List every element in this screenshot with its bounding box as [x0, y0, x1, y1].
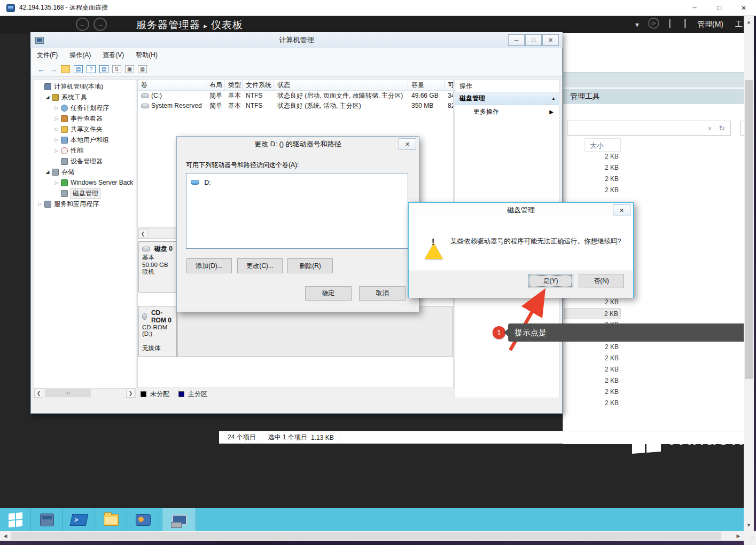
refresh-icon[interactable]: ⟳	[648, 18, 659, 29]
rdp-vertical-scrollbar[interactable]: ▲ ▼	[744, 16, 754, 531]
taskbar-file-explorer[interactable]	[95, 508, 127, 531]
size-column-header[interactable]: 大小	[584, 138, 621, 152]
tree-item-storage[interactable]: ◢存储	[36, 167, 136, 177]
scrollbar-thumb[interactable]	[11, 532, 721, 540]
start-button[interactable]	[0, 508, 31, 531]
menu-view[interactable]: 查看(V)	[97, 51, 130, 60]
col-free[interactable]: 可用	[445, 80, 453, 91]
scroll-right-icon[interactable]: ❯	[126, 389, 135, 398]
tree-item-computer-management[interactable]: 计算机管理(本地)	[36, 81, 136, 92]
rdp-horizontal-scrollbar[interactable]: ◀ ▶	[0, 531, 744, 541]
tools-menu[interactable]: 工	[735, 20, 743, 29]
scroll-left-icon[interactable]: ❮	[138, 229, 147, 238]
ok-button[interactable]: 确定	[305, 286, 352, 301]
list-item[interactable]: 2 KB	[564, 185, 621, 196]
breadcrumb-page[interactable]: 仪表板	[211, 19, 243, 30]
tree-item-performance[interactable]: ▷性能	[36, 145, 136, 156]
cdrom-media-bar[interactable]	[177, 306, 453, 357]
list-item-selected[interactable]: 2 KB	[564, 308, 621, 319]
remove-button[interactable]: 删除(R)	[287, 258, 333, 273]
table-row[interactable]: (C:) 简单 基本 NTFS 状态良好 (启动, 页面文件, 故障转储, 主分…	[138, 91, 453, 101]
scroll-left-icon[interactable]: ◀	[2, 533, 9, 539]
forward-icon[interactable]: →	[93, 18, 107, 31]
list-item[interactable]: 2 KB	[564, 162, 621, 173]
list-item[interactable]: 2 KB	[564, 151, 621, 162]
actions-group-disk-management[interactable]: 磁盘管理 ▲	[455, 92, 559, 105]
console-tree-icon[interactable]: ▤	[74, 65, 83, 73]
drive-letter-item[interactable]: D:	[204, 179, 211, 186]
col-layout[interactable]: 布局	[206, 80, 225, 91]
change-button[interactable]: 更改(C)...	[237, 258, 283, 273]
tree-item-system-tools[interactable]: ◢系统工具	[36, 92, 136, 102]
tree-item-task-scheduler[interactable]: ▷任务计划程序	[36, 102, 136, 113]
drive-path-listbox[interactable]: D:	[186, 173, 408, 249]
scroll-down-icon[interactable]: ▼	[744, 523, 754, 528]
snapshot-icon[interactable]: ▦	[138, 65, 147, 73]
breadcrumb-root[interactable]: 服务器管理器	[136, 19, 200, 30]
cancel-button[interactable]: 取消	[359, 286, 406, 301]
menu-file[interactable]: 文件(F)	[31, 51, 64, 60]
taskbar-computer-management-active[interactable]	[162, 508, 196, 531]
tree-item-device-manager[interactable]: 设备管理器	[36, 156, 136, 167]
list-item[interactable]: 2 KB	[564, 398, 621, 409]
col-type[interactable]: 类型	[225, 80, 243, 91]
tree-item-event-viewer[interactable]: ▷事件查看器	[36, 113, 136, 124]
list-item[interactable]: 2 KB	[564, 173, 621, 185]
scroll-left-icon[interactable]: ❮	[34, 389, 43, 398]
tree-item-local-users-groups[interactable]: ▷本地用户和组	[36, 135, 136, 145]
manage-menu[interactable]: 管理(M)	[697, 20, 723, 29]
no-button[interactable]: 否(N)	[579, 274, 624, 288]
more-actions-item[interactable]: 更多操作 ▶	[455, 105, 559, 118]
properties-icon[interactable]: ▣	[125, 65, 134, 73]
scrollbar-thumb[interactable]	[745, 80, 753, 379]
cm-title-bar[interactable]: 计算机管理 ─□✕	[30, 32, 563, 48]
rdp-resize-grip[interactable]: ∴	[744, 531, 756, 545]
minimize-icon[interactable]: ─	[508, 34, 525, 46]
close-icon[interactable]: ✕	[542, 34, 559, 46]
disk0-label-cell[interactable]: 磁盘 0 基本 50.00 GB 联机	[138, 241, 177, 293]
collapse-icon[interactable]: ▲	[551, 96, 556, 101]
tree-item-windows-server-backup[interactable]: ▷Windows Server Back	[36, 177, 136, 188]
list-item[interactable]: 2 KB	[564, 342, 621, 353]
col-filesystem[interactable]: 文件系统	[243, 80, 274, 91]
notifications-flag-icon[interactable]	[669, 19, 671, 28]
menu-help[interactable]: 帮助(H)	[130, 51, 163, 60]
chevron-down-icon[interactable]: v	[708, 125, 712, 131]
close-icon[interactable]: ✕	[613, 204, 630, 216]
forward-icon[interactable]: →	[49, 65, 57, 73]
help-icon[interactable]: ?	[87, 65, 96, 73]
tree-horizontal-scrollbar[interactable]: ❮ lll ❯	[34, 388, 136, 398]
minimize-icon[interactable]	[682, 0, 707, 16]
table-row[interactable]: System Reserved 简单 基本 NTFS 状态良好 (系统, 活动,…	[138, 101, 453, 111]
export-list-icon[interactable]: ⇅	[112, 65, 121, 73]
list-item[interactable]: 2 KB	[564, 375, 621, 386]
list-item[interactable]: 2 KB	[564, 386, 621, 398]
close-icon[interactable]: ✕	[399, 138, 416, 150]
add-button[interactable]: 添加(D)...	[186, 258, 232, 273]
scroll-up-icon[interactable]: ▲	[744, 19, 754, 25]
back-icon[interactable]: ←	[76, 18, 89, 31]
tools-flag-icon[interactable]	[684, 19, 686, 28]
show-list-icon[interactable]: ▤	[99, 65, 108, 73]
explorer-search-box[interactable]: v ↻	[567, 121, 731, 136]
tree-item-shared-folders[interactable]: ▷共享文件夹	[36, 124, 136, 135]
scroll-right-icon[interactable]: ▶	[735, 533, 742, 539]
maximize-icon[interactable]: □	[525, 34, 542, 46]
taskbar-control-panel[interactable]	[127, 508, 159, 531]
col-volume[interactable]: 卷	[138, 80, 206, 91]
close-icon[interactable]	[731, 0, 756, 16]
maximize-icon[interactable]	[707, 0, 731, 16]
up-folder-icon[interactable]	[61, 65, 70, 73]
scrollbar-thumb[interactable]: lll	[45, 389, 91, 397]
chevron-down-icon[interactable]: ▾	[635, 20, 639, 29]
list-item[interactable]: 2 KB	[564, 297, 621, 308]
menu-action[interactable]: 操作(A)	[64, 51, 97, 60]
col-status[interactable]: 状态	[274, 80, 408, 91]
list-item[interactable]: 2 KB	[564, 364, 621, 375]
cdrom-label-cell[interactable]: CD-ROM 0 CD-ROM (D:) 无媒体	[138, 306, 177, 357]
tree-item-disk-management[interactable]: 磁盘管理	[36, 188, 136, 199]
back-icon[interactable]: ←	[37, 65, 45, 73]
col-capacity[interactable]: 容量	[408, 80, 445, 91]
tree-item-services-applications[interactable]: ▷服务和应用程序	[36, 199, 136, 209]
list-item[interactable]: 2 KB	[564, 353, 621, 364]
